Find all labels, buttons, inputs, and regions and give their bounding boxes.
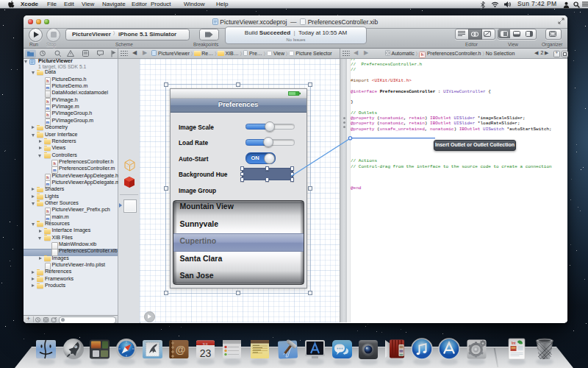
svg-text:@: @ [176, 344, 186, 355]
svg-text:23: 23 [200, 347, 212, 359]
svg-text:Int: Int [512, 342, 516, 345]
svg-text:JUL: JUL [202, 342, 209, 347]
